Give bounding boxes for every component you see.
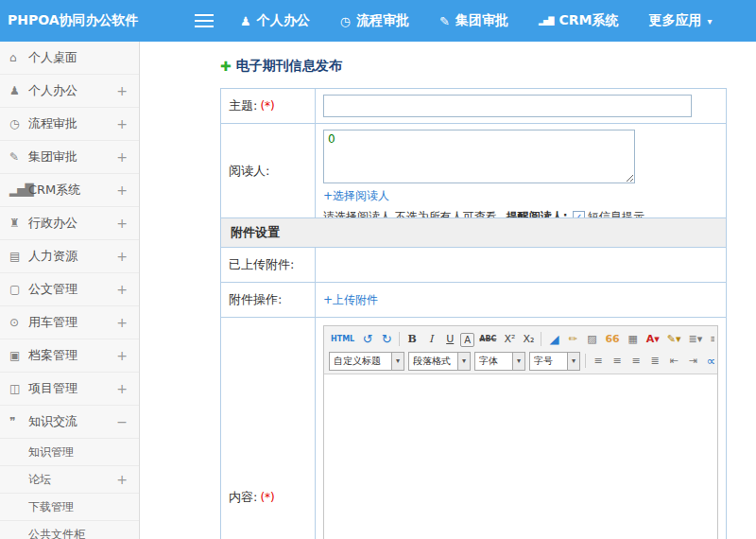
select-label: 段落格式 [409,355,455,368]
attachment-ops-row: 附件操作: +上传附件 [221,283,726,318]
sms-hint-label: 短信息提示 [588,209,644,217]
sidebar-item-knowledge-exchange[interactable]: ❞ 知识交流 − [0,406,139,439]
journal-publish-form: 主题: (*) 阅读人: 0 +选择阅读人 请选择阅读人,不选为所有人可查看 提… [220,88,727,539]
select-label: 自定义标题 [330,355,385,368]
caret-down-icon: ▾ [457,353,470,370]
caret-down-icon: ▾ [512,353,524,370]
expand-indicator[interactable]: + [116,216,128,231]
sidebar-item-group-approval[interactable]: ✎ 集团审批 + [0,141,139,174]
editor-align-left-button[interactable]: ≡ [590,352,607,370]
editor-font-color-button[interactable]: A▾ [644,330,662,348]
nav-personal-office[interactable]: ♟ 个人办公 [240,12,310,29]
expand-indicator[interactable]: + [116,83,128,98]
hamburger-menu-icon[interactable] [195,14,214,27]
readers-textarea[interactable]: 0 [323,130,635,183]
editor-strikethrough-button[interactable]: ABC [476,330,499,348]
sidebar-item-public-file-cabinet[interactable]: 公共文件柜 [0,521,139,539]
sidebar-item-label: 人力资源 [28,248,116,265]
bar-chart-icon: ▂▅█ [539,17,553,26]
caret-down-icon: ▾ [391,353,404,370]
nav-workflow-approval[interactable]: ◷ 流程审批 [340,12,409,29]
sidebar: ⌂ 个人桌面 ♟ 个人办公 + ◷ 流程审批 + ✎ 集团审批 + ▂▅█ CR… [0,42,140,539]
sidebar-item-download-mgmt[interactable]: 下载管理 [0,494,139,521]
editor-align-right-button[interactable]: ≡ [627,352,644,370]
editor-font-style-button[interactable]: A [460,333,474,347]
editor-remove-format-button[interactable]: ◢ [545,330,562,348]
select-label: 字体 [475,355,502,368]
collapse-indicator[interactable]: − [116,414,128,429]
nav-label: 集团审批 [455,12,508,29]
sidebar-item-forum[interactable]: 论坛 + [0,466,139,494]
sidebar-item-project-mgmt[interactable]: ◫ 项目管理 + [0,373,139,406]
editor-undo-button[interactable]: ↺ [359,330,376,348]
sidebar-item-crm-system[interactable]: ▂▅█ CRM系统 + [0,174,139,207]
sidebar-item-admin-office[interactable]: ♜ 行政办公 + [0,207,139,240]
editor-toolbar-row-1: HTML ↺ ↻ B I U A ABC X² X₂ ◢ [327,328,714,350]
nav-crm-system[interactable]: ▂▅█ CRM系统 [539,12,618,29]
content-label: 内容: (*) [221,318,316,539]
editor-highlight-color-button[interactable]: ✎▾ [664,330,684,348]
sidebar-item-knowledge-mgmt[interactable]: 知识管理 [0,439,139,466]
nav-more-apps[interactable]: 更多应用 ▾ [648,12,712,29]
expand-indicator[interactable]: + [116,249,128,264]
editor-font-select[interactable]: 字体 ▾ [474,352,525,371]
editor-heading-select[interactable]: 自定义标题 ▾ [329,352,404,371]
expand-indicator[interactable]: + [116,282,128,297]
editor-toolbar: HTML ↺ ↻ B I U A ABC X² X₂ ◢ [324,326,717,374]
editor-blockquote-button[interactable]: 66 [602,330,622,348]
required-mark: (*) [260,99,274,113]
editor-fill-color-button[interactable]: ▨ [583,330,600,348]
select-readers-link[interactable]: +选择阅读人 [323,188,389,204]
editor-ordered-list-button[interactable]: ≣▾ [686,330,706,348]
editor-table-button[interactable]: ▦ [625,330,642,348]
sidebar-item-label: 公文管理 [28,281,116,298]
editor-outdent-button[interactable]: ⇤ [665,352,682,370]
editor-superscript-button[interactable]: X² [501,330,518,348]
label-text: 阅读人: [229,163,269,180]
upload-attachment-link[interactable]: +上传附件 [323,292,378,308]
uploaded-attachments-row: 已上传附件: [221,248,726,283]
sidebar-item-document-mgmt[interactable]: ▢ 公文管理 + [0,273,139,306]
expand-indicator[interactable]: + [116,183,128,198]
editor-indent-button[interactable]: ⇥ [684,352,701,370]
editor-link-button[interactable]: ∞ [703,352,714,370]
subject-input[interactable] [323,95,692,117]
editor-fontsize-select[interactable]: 字号 ▾ [529,352,580,371]
editor-bold-button[interactable]: B [404,330,421,348]
project-icon: ◫ [9,382,28,395]
sms-checkbox[interactable]: ✓ [573,211,585,217]
expand-indicator[interactable]: + [116,315,128,330]
editor-italic-button[interactable]: I [422,330,439,348]
editor-source-button[interactable]: HTML [328,330,357,348]
sidebar-item-personal-desktop[interactable]: ⌂ 个人桌面 [0,42,139,75]
sidebar-item-personal-office[interactable]: ♟ 个人办公 + [0,75,139,108]
editor-align-center-button[interactable]: ≡ [609,352,626,370]
content-row: 内容: (*) HTML ↺ ↻ B I U A [221,318,726,539]
editor-format-painter-button[interactable]: ✏ [564,330,581,348]
sidebar-item-archive-mgmt[interactable]: ▣ 档案管理 + [0,339,139,373]
expand-indicator[interactable]: + [116,348,128,363]
editor-underline-button[interactable]: U [441,330,458,348]
label-text: 内容: [229,489,257,506]
bar-chart-icon: ▂▅█ [9,183,28,197]
sidebar-item-hr[interactable]: ▤ 人力资源 + [0,240,139,273]
sidebar-item-vehicle-mgmt[interactable]: ⊙ 用车管理 + [0,306,139,339]
required-mark: (*) [260,491,274,504]
expand-indicator[interactable]: + [116,116,128,131]
person-icon: ♟ [240,14,251,28]
editor-unordered-list-button[interactable]: ≡▾ [707,330,714,348]
editor-subscript-button[interactable]: X₂ [520,330,537,348]
sidebar-item-workflow-approval[interactable]: ◷ 流程审批 + [0,108,139,141]
editor-content-area[interactable] [324,374,717,539]
expand-indicator[interactable]: + [116,149,128,165]
expand-indicator[interactable]: + [116,381,128,396]
subject-row: 主题: (*) [221,89,726,124]
expand-indicator[interactable]: + [116,472,128,487]
nav-group-approval[interactable]: ✎ 集团审批 [439,12,508,29]
clock-icon: ◷ [9,117,28,130]
editor-redo-button[interactable]: ↻ [378,330,395,348]
caret-down-icon: ▾ [567,353,579,370]
editor-paragraph-select[interactable]: 段落格式 ▾ [408,352,471,371]
main-content: ✚ 电子期刊信息发布 主题: (*) 阅读人: 0 +选择阅读人 请选 [141,42,756,539]
editor-justify-button[interactable]: ≣ [646,352,663,370]
